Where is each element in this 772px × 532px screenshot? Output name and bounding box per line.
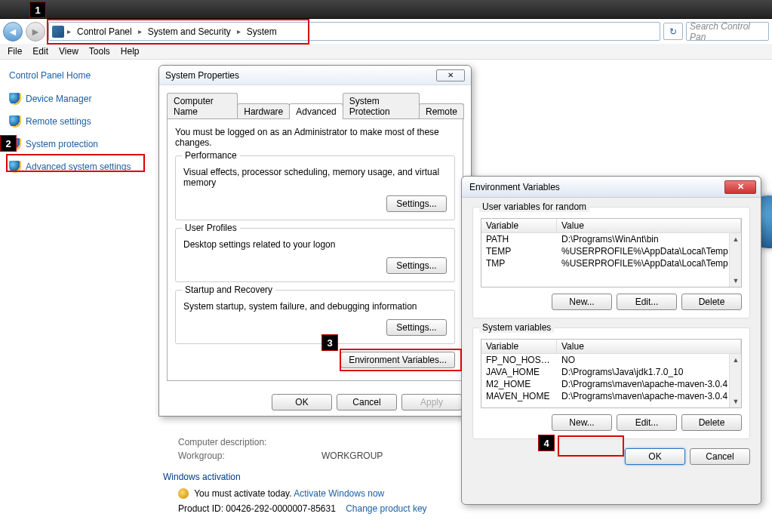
chevron-right-icon: ▸ [66, 27, 72, 35]
menu-view[interactable]: View [59, 46, 78, 57]
breadcrumb-item[interactable]: System [244, 25, 280, 38]
list-item: FP_NO_HOST_C...NO [481, 354, 741, 366]
menu-file[interactable]: File [8, 46, 22, 57]
tab-body-advanced: You must be logged on as an Administrato… [167, 118, 463, 381]
system-variables-list[interactable]: Variable Value FP_NO_HOST_C...NO JAVA_HO… [481, 339, 742, 408]
environment-variables-button[interactable]: Environment Variables... [340, 352, 455, 368]
refresh-button[interactable]: ↻ [663, 23, 683, 40]
product-id-label: Product ID: [178, 503, 226, 514]
system-var-delete-button[interactable]: Delete [681, 414, 742, 431]
column-header-variable[interactable]: Variable [481, 340, 557, 353]
list-item: MAVEN_HOMED:\Programs\maven\apache-maven… [481, 390, 741, 402]
control-panel-icon [52, 26, 64, 38]
cancel-button[interactable]: Cancel [337, 394, 397, 411]
system-variables-group: System variables Variable Value FP_NO_HO… [472, 328, 750, 439]
startup-recovery-group: Startup and Recovery System startup, sys… [175, 290, 455, 344]
change-product-key-link[interactable]: Change product key [346, 503, 426, 514]
performance-group: Performance Visual effects, processor sc… [175, 155, 455, 220]
shield-icon [9, 161, 21, 173]
user-variables-group: User variables for random Variable Value… [472, 207, 750, 318]
column-header-value[interactable]: Value [557, 219, 741, 232]
tab-system-protection[interactable]: System Protection [343, 93, 420, 119]
scrollbar[interactable]: ▲▼ [729, 354, 741, 407]
sidebar: Control Panel Home Device Manager Remote… [0, 60, 151, 532]
address-bar: ◄ ► ▸ Control Panel ▸ System and Securit… [0, 19, 772, 44]
window-title-bar [0, 0, 772, 19]
dialog-title-bar: Environment Variables ✕ [462, 177, 761, 198]
close-button[interactable]: ✕ [436, 69, 465, 81]
scrollbar[interactable]: ▲▼ [729, 233, 741, 287]
annotation-callout-4: 4 [538, 435, 555, 451]
user-var-new-button[interactable]: New... [552, 294, 612, 310]
system-properties-dialog: System Properties ✕ Computer Name Hardwa… [158, 65, 472, 417]
list-item: TEMP%USERPROFILE%\AppData\Local\Temp [481, 245, 741, 257]
user-variables-list[interactable]: Variable Value PATHD:\Programs\WinAnt\bi… [481, 218, 742, 288]
dialog-footer: OK Cancel Apply [159, 388, 471, 417]
user-profiles-settings-button[interactable]: Settings... [386, 257, 447, 274]
tab-remote[interactable]: Remote [419, 103, 464, 119]
control-panel-home-link[interactable]: Control Panel Home [9, 70, 142, 81]
performance-settings-button[interactable]: Settings... [386, 195, 447, 212]
annotation-callout-1: 1 [29, 2, 46, 18]
tab-strip: Computer Name Hardware Advanced System P… [159, 85, 471, 119]
chevron-right-icon: ▸ [235, 27, 242, 35]
ok-button[interactable]: OK [272, 394, 332, 411]
sidebar-system-protection[interactable]: System protection [9, 137, 142, 152]
list-item: M2_HOMED:\Programs\maven\apache-maven-3.… [481, 378, 741, 390]
startup-recovery-settings-button[interactable]: Settings... [386, 319, 447, 336]
sidebar-advanced-system-settings[interactable]: Advanced system settings [9, 159, 142, 174]
menu-bar: File Edit View Tools Help [0, 44, 772, 60]
product-id-value: 00426-292-0000007-85631 [226, 503, 335, 514]
apply-button: Apply [401, 394, 462, 411]
back-button[interactable]: ◄ [3, 22, 23, 42]
user-profiles-group: User Profiles Desktop settings related t… [175, 228, 455, 282]
tab-advanced[interactable]: Advanced [289, 103, 343, 119]
search-input[interactable]: Search Control Pan [686, 22, 769, 41]
forward-button[interactable]: ► [26, 22, 45, 42]
list-item: TMP%USERPROFILE%\AppData\Local\Temp [481, 257, 741, 269]
menu-help[interactable]: Help [121, 46, 140, 57]
key-icon [178, 488, 189, 499]
annotation-callout-2: 2 [0, 135, 17, 152]
breadcrumb-item[interactable]: System and Security [145, 25, 234, 38]
sidebar-remote-settings[interactable]: Remote settings [9, 114, 142, 129]
list-item: JAVA_HOMED:\Programs\Java\jdk1.7.0_10 [481, 366, 741, 378]
user-var-delete-button[interactable]: Delete [681, 294, 742, 310]
menu-edit[interactable]: Edit [32, 46, 48, 57]
breadcrumb-item[interactable]: Control Panel [74, 25, 135, 38]
activation-message: You must activate today. [194, 488, 294, 499]
workgroup-label: Workgroup: [178, 451, 291, 461]
chevron-right-icon: ▸ [137, 27, 143, 35]
environment-variables-dialog: Environment Variables ✕ User variables f… [461, 176, 761, 505]
annotation-callout-3: 3 [321, 334, 338, 351]
dialog-title: System Properties [165, 70, 239, 81]
cancel-button[interactable]: Cancel [690, 448, 750, 465]
dialog-title-bar: System Properties ✕ [159, 66, 471, 85]
close-button[interactable]: ✕ [724, 180, 756, 194]
computer-description-label: Computer description: [178, 437, 291, 447]
admin-note: You must be logged on as an Administrato… [175, 127, 455, 148]
shield-icon [9, 115, 21, 128]
activate-windows-link[interactable]: Activate Windows now [294, 488, 384, 499]
system-var-edit-button[interactable]: Edit... [617, 414, 677, 431]
user-var-edit-button[interactable]: Edit... [617, 294, 677, 310]
workgroup-value: WORKGROUP [321, 451, 383, 461]
column-header-value[interactable]: Value [557, 340, 741, 353]
list-item: PATHD:\Programs\WinAnt\bin [481, 233, 741, 245]
ok-button[interactable]: OK [625, 448, 685, 465]
breadcrumb-field[interactable]: ▸ Control Panel ▸ System and Security ▸ … [48, 22, 660, 41]
tab-computer-name[interactable]: Computer Name [167, 93, 238, 119]
sidebar-device-manager[interactable]: Device Manager [9, 91, 142, 106]
system-var-new-button[interactable]: New... [552, 414, 612, 431]
dialog-title: Environment Variables [469, 182, 560, 192]
menu-tools[interactable]: Tools [89, 46, 110, 57]
column-header-variable[interactable]: Variable [481, 219, 557, 232]
tab-hardware[interactable]: Hardware [237, 103, 290, 119]
shield-icon [9, 93, 21, 105]
